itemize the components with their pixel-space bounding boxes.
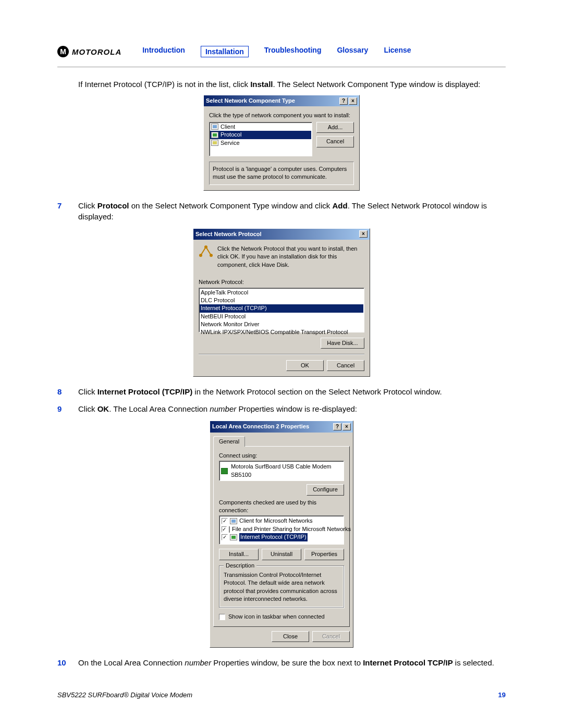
dlg1-item-client[interactable]: Client: [210, 123, 311, 131]
client-icon: [211, 124, 218, 130]
nav-introduction[interactable]: Introduction: [142, 46, 185, 57]
dlg1-close-icon[interactable]: ×: [349, 97, 357, 105]
svg-point-2: [204, 245, 207, 249]
dlg2-instruction: Click the Network Protocol that you want…: [217, 245, 364, 269]
dlg2-protocol-list[interactable]: AppleTalk Protocol DLC Protocol Internet…: [199, 288, 364, 332]
dlg3-desc-label: Description: [224, 562, 256, 570]
service-icon: [229, 526, 230, 533]
dlg1-description: Protocol is a 'language' a computer uses…: [209, 162, 354, 185]
step-8-num: 8: [57, 386, 78, 397]
brand-text: MOTOROLA: [72, 47, 121, 56]
network-card-icon: [221, 468, 228, 474]
dlg-select-component-type: Select Network Component Type ? × Click …: [203, 95, 360, 191]
dlg3-showicon-label: Show icon in taskbar when connected: [228, 613, 325, 621]
dlg3-components-label: Components checked are used by this conn…: [219, 499, 344, 515]
dlg3-cancel-button: Cancel: [312, 631, 350, 642]
dlg1-title: Select Network Component Type: [206, 97, 295, 105]
footer-page-number: 19: [498, 691, 506, 699]
dlg1-help-icon[interactable]: ?: [339, 97, 348, 105]
dlg2-item-appletalk[interactable]: AppleTalk Protocol: [200, 289, 363, 297]
dlg3-adapter-field: Motorola SurfBoard USB Cable Modem SB510…: [219, 461, 344, 481]
svg-point-0: [199, 254, 202, 257]
step-10-text: On the Local Area Connection number Prop…: [78, 657, 506, 668]
dlg3-close-button[interactable]: Close: [272, 631, 309, 642]
dlg2-item-nwlink[interactable]: NWLink IPX/SPX/NetBIOS Compatible Transp…: [200, 328, 363, 336]
protocol-icon: [230, 534, 237, 540]
dlg1-add-button[interactable]: Add...: [316, 122, 354, 133]
dlg3-item-tcpip[interactable]: ✓ Internet Protocol (TCP/IP): [221, 533, 342, 541]
step-9-num: 9: [57, 403, 78, 414]
step-9-text: Click OK. The Local Area Connection numb…: [78, 403, 506, 414]
dlg2-ok-button[interactable]: OK: [286, 360, 324, 371]
service-icon: [211, 140, 218, 146]
protocol-icon: [211, 132, 218, 138]
network-protocol-icon: [199, 245, 213, 260]
dlg3-tab-general[interactable]: General: [213, 436, 245, 447]
dlg3-install-button[interactable]: Install...: [219, 549, 259, 560]
dlg3-item-client[interactable]: ✓ Client for Microsoft Networks: [221, 517, 342, 525]
dlg3-close-icon[interactable]: ×: [342, 423, 351, 430]
dlg-select-network-protocol: Select Network Protocol × Click the Netw…: [193, 228, 370, 377]
dlg3-showicon-checkbox[interactable]: [219, 614, 225, 620]
nav-glossary[interactable]: Glossary: [337, 46, 368, 57]
dlg1-item-protocol[interactable]: Protocol: [210, 131, 311, 139]
step-7-num: 7: [57, 200, 78, 222]
dlg3-description: Transmission Control Protocol/Internet P…: [224, 571, 339, 603]
dlg1-component-list[interactable]: Client Protocol Service: [209, 122, 312, 156]
dlg3-uninstall-button[interactable]: Uninstall: [262, 549, 301, 560]
nav-installation[interactable]: Installation: [201, 46, 249, 57]
nav-license[interactable]: License: [384, 46, 411, 57]
dlg2-close-icon[interactable]: ×: [359, 230, 368, 238]
dlg1-item-service[interactable]: Service: [210, 139, 311, 147]
dlg3-components-list[interactable]: ✓ Client for Microsoft Networks ✓ File a…: [219, 515, 344, 545]
dlg3-help-icon[interactable]: ?: [333, 423, 341, 430]
svg-point-1: [210, 254, 213, 257]
footer-doc-title: SBV5222 SURFboard® Digital Voice Modem: [57, 691, 192, 699]
step-8-text: Click Internet Protocol (TCP/IP) in the …: [78, 386, 506, 397]
page-header: M MOTOROLA Introduction Installation Tro…: [57, 46, 506, 57]
step-7-text: Click Protocol on the Select Network Com…: [78, 200, 506, 222]
motorola-logo-icon: M: [57, 46, 69, 57]
header-rule: [57, 67, 506, 67]
client-icon: [230, 518, 237, 524]
dlg3-title: Local Area Connection 2 Properties: [212, 423, 309, 430]
page-footer: SBV5222 SURFboard® Digital Voice Modem 1…: [57, 691, 506, 699]
brand-logo: M MOTOROLA: [57, 46, 121, 57]
dlg3-properties-button[interactable]: Properties: [304, 549, 344, 560]
checkbox-icon[interactable]: ✓: [222, 526, 227, 533]
dlg2-item-tcpip[interactable]: Internet Protocol (TCP/IP): [200, 304, 363, 312]
dlg-lan-properties: Local Area Connection 2 Properties ? × G…: [210, 421, 353, 648]
dlg1-cancel-button[interactable]: Cancel: [316, 136, 354, 147]
dlg3-item-fps[interactable]: ✓ File and Printer Sharing for Microsoft…: [221, 525, 342, 533]
dlg2-cancel-button[interactable]: Cancel: [327, 360, 364, 371]
dlg2-item-dlc[interactable]: DLC Protocol: [200, 297, 363, 304]
dlg3-configure-button[interactable]: Configure: [307, 484, 344, 495]
checkbox-icon[interactable]: ✓: [222, 518, 228, 524]
dlg3-connect-label: Connect using:: [219, 452, 344, 460]
checkbox-icon[interactable]: ✓: [222, 534, 228, 540]
nav-troubleshooting[interactable]: Troubleshooting: [264, 46, 322, 57]
dlg2-item-monitor[interactable]: Network Monitor Driver: [200, 320, 363, 328]
step-10-num: 10: [57, 657, 78, 668]
dlg1-instruction: Click the type of network component you …: [209, 112, 354, 119]
dlg2-item-netbeui[interactable]: NetBEUI Protocol: [200, 313, 363, 320]
dlg2-title: Select Network Protocol: [195, 230, 262, 238]
dlg2-havedisk-button[interactable]: Have Disk...: [321, 338, 364, 349]
dlg2-list-label: Network Protocol:: [199, 278, 364, 286]
intro-paragraph: If Internet Protocol (TCP/IP) is not in …: [78, 79, 506, 90]
